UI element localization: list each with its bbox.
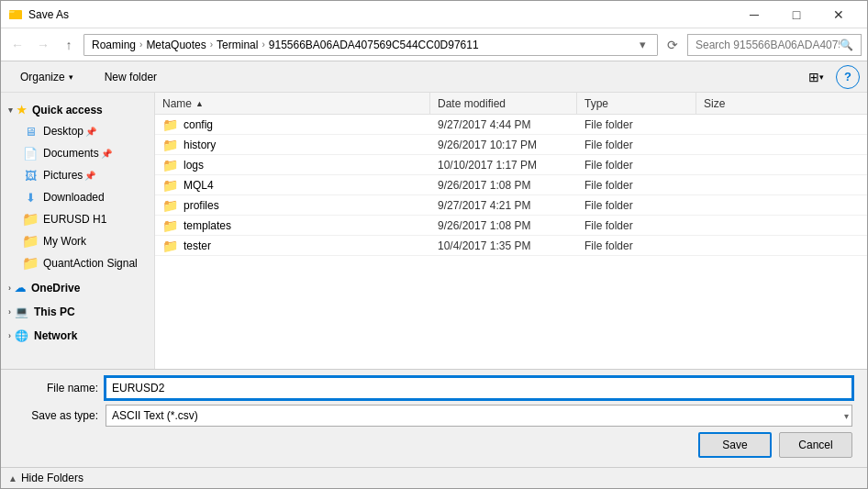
table-row[interactable]: 📁 MQL4 9/26/2017 1:08 PM File folder (155, 175, 867, 195)
file-list: Name ▲ Date modified Type Size 📁 config (155, 93, 867, 369)
column-header-type[interactable]: Type (577, 93, 696, 114)
onedrive-header[interactable]: › ☁ OneDrive (1, 278, 154, 298)
pin-icon: 📌 (101, 149, 112, 159)
savetype-select-wrapper: ASCII Text (*.csv) ▾ (106, 405, 852, 427)
save-button[interactable]: Save (698, 432, 772, 458)
cell-type: File folder (577, 219, 696, 232)
folder-icon: 📁 (162, 117, 178, 132)
breadcrumb-terminal: Terminal (217, 39, 258, 51)
pictures-icon: 🖼 (23, 168, 38, 183)
sidebar-item-quantaction[interactable]: 📁 QuantAction Signal (1, 252, 154, 274)
sidebar-item-pictures[interactable]: 🖼 Pictures 📌 (1, 164, 154, 186)
desktop-icon: 🖥 (23, 124, 38, 139)
documents-icon: 📄 (23, 146, 38, 161)
new-folder-button[interactable]: New folder (93, 65, 169, 89)
cell-name: 📁 templates (155, 218, 430, 233)
sidebar-item-downloaded[interactable]: ⬇ Downloaded (1, 186, 154, 208)
up-button[interactable]: ↑ (58, 34, 80, 56)
network-section: › 🌐 Network (1, 326, 154, 346)
chevron-icon: › (8, 283, 11, 293)
onedrive-section: › ☁ OneDrive (1, 278, 154, 298)
cell-type: File folder (577, 239, 696, 252)
title-bar-icon (8, 7, 23, 22)
address-path[interactable]: Roaming › MetaQuotes › Terminal › 915566… (83, 34, 658, 56)
cell-name: 📁 profiles (155, 198, 430, 213)
search-input[interactable] (696, 39, 840, 51)
cell-name: 📁 history (155, 138, 430, 152)
cell-date: 10/4/2017 1:35 PM (430, 239, 577, 252)
cell-type: File folder (577, 118, 696, 131)
network-header[interactable]: › 🌐 Network (1, 326, 154, 346)
cell-date: 9/27/2017 4:44 PM (430, 118, 577, 131)
chevron-icon: › (8, 331, 11, 340)
cell-date: 9/26/2017 1:08 PM (430, 179, 577, 192)
sidebar-item-documents[interactable]: 📄 Documents 📌 (1, 142, 154, 164)
cell-name: 📁 config (155, 117, 430, 132)
close-button[interactable]: ✕ (818, 1, 860, 28)
cell-name: 📁 tester (155, 239, 430, 253)
help-button[interactable]: ? (836, 65, 860, 89)
quantaction-folder-icon: 📁 (23, 256, 38, 271)
table-row[interactable]: 📁 profiles 9/27/2017 4:21 PM File folder (155, 195, 867, 216)
minimize-button[interactable]: ─ (733, 1, 775, 28)
column-header-name[interactable]: Name ▲ (155, 93, 430, 114)
work-folder-icon: 📁 (23, 234, 38, 249)
folder-icon: 📁 (162, 158, 178, 172)
sidebar-item-eurusd[interactable]: 📁 EURUSD H1 (1, 208, 154, 230)
search-box[interactable]: 🔍 (687, 34, 862, 56)
cell-type: File folder (577, 199, 696, 212)
quick-access-section: ▾ ★ Quick access 🖥 Desktop 📌 📄 Documents… (1, 100, 154, 274)
organize-button[interactable]: Organize ▾ (8, 65, 85, 89)
breadcrumb-roaming: Roaming (92, 39, 136, 51)
sidebar-item-desktop[interactable]: 🖥 Desktop 📌 (1, 120, 154, 142)
table-row[interactable]: 📁 history 9/26/2017 10:17 PM File folder (155, 135, 867, 155)
breadcrumb: Roaming › MetaQuotes › Terminal › 915566… (92, 39, 635, 51)
column-header-date[interactable]: Date modified (430, 93, 577, 114)
dialog-title: Save As (28, 8, 733, 21)
quick-access-header[interactable]: ▾ ★ Quick access (1, 100, 154, 120)
sidebar: ▾ ★ Quick access 🖥 Desktop 📌 📄 Documents… (1, 93, 155, 369)
forward-button[interactable]: → (32, 34, 54, 56)
thispc-header[interactable]: › 💻 This PC (1, 302, 154, 322)
hide-folders-bar[interactable]: ▲ Hide Folders (1, 467, 867, 488)
maximize-button[interactable]: □ (775, 1, 818, 28)
table-row[interactable]: 📁 tester 10/4/2017 1:35 PM File folder (155, 236, 867, 256)
table-row[interactable]: 📁 logs 10/10/2017 1:17 PM File folder (155, 155, 867, 175)
view-button[interactable]: ⊞ ▾ (803, 65, 829, 89)
chevron-icon: ▾ (8, 106, 13, 115)
breadcrumb-id: 915566BA06ADA407569C544CC0D97611 (269, 39, 479, 51)
search-icon: 🔍 (840, 39, 853, 51)
savetype-select[interactable]: ASCII Text (*.csv) (106, 405, 852, 427)
pin-icon: 📌 (85, 127, 96, 137)
file-list-header: Name ▲ Date modified Type Size (155, 93, 867, 115)
cell-type: File folder (577, 139, 696, 151)
table-row[interactable]: 📁 templates 9/26/2017 1:08 PM File folde… (155, 216, 867, 236)
onedrive-icon: ☁ (15, 282, 26, 295)
chevron-down-icon: ▾ (819, 72, 824, 82)
breadcrumb-metaquotes: MetaQuotes (146, 39, 206, 51)
main-area: ▾ ★ Quick access 🖥 Desktop 📌 📄 Documents… (1, 93, 867, 369)
quick-access-icon: ★ (17, 104, 27, 117)
folder-icon: 📁 (162, 239, 178, 253)
savetype-label: Save as type: (16, 409, 98, 422)
folder-icon: 📁 (162, 178, 178, 193)
sort-arrow: ▲ (195, 99, 204, 108)
table-row[interactable]: 📁 config 9/27/2017 4:44 PM File folder (155, 115, 867, 135)
sidebar-item-mywork[interactable]: 📁 My Work (1, 230, 154, 252)
back-button[interactable]: ← (6, 34, 28, 56)
cancel-button[interactable]: Cancel (779, 432, 852, 458)
path-dropdown-button[interactable]: ▾ (635, 34, 650, 56)
cell-date: 9/26/2017 1:08 PM (430, 219, 577, 232)
column-header-size[interactable]: Size (696, 93, 770, 114)
file-rows-container: 📁 config 9/27/2017 4:44 PM File folder 📁… (155, 115, 867, 256)
chevron-down-icon: ▾ (69, 72, 73, 82)
folder-icon: 📁 (162, 198, 178, 213)
title-bar-buttons: ─ □ ✕ (733, 1, 860, 28)
pin-icon: 📌 (84, 171, 95, 181)
filename-label: File name: (16, 382, 98, 395)
refresh-button[interactable]: ⟳ (662, 34, 684, 56)
filename-input[interactable] (106, 377, 852, 399)
savetype-row: Save as type: ASCII Text (*.csv) ▾ (16, 405, 852, 427)
chevron-icon: › (8, 307, 11, 317)
cell-type: File folder (577, 179, 696, 192)
